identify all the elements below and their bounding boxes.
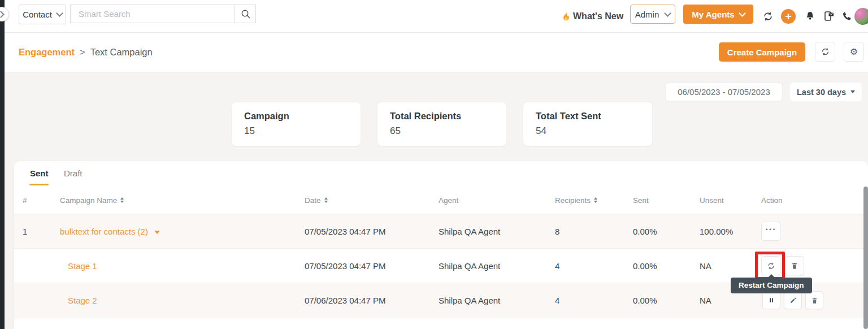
campaign-date: 07/06/2023 04:47 PM — [305, 283, 385, 318]
column-header-num: # — [23, 188, 27, 214]
column-header-date[interactable]: Date — [305, 188, 328, 214]
column-header-action: Action — [761, 188, 783, 214]
more-icon: ··· — [766, 224, 776, 235]
trash-icon — [811, 297, 818, 304]
chevron-down-icon — [739, 10, 746, 17]
campaign-name-link[interactable]: Stage 2 — [68, 283, 97, 318]
breadcrumb-separator: > — [80, 47, 85, 58]
row-number: 1 — [23, 214, 27, 249]
sort-icon — [120, 197, 124, 203]
campaign-name-link[interactable]: Stage 1 — [68, 249, 97, 283]
tab-draft[interactable]: Draft — [64, 168, 83, 178]
search-scope-dropdown[interactable]: Contact — [19, 5, 66, 24]
text-campaign-page: Contact What's New Admin — [0, 0, 868, 329]
search-icon — [240, 8, 251, 19]
top-navbar: Contact What's New Admin — [5, 0, 868, 33]
stat-label: Total Recipients — [390, 111, 506, 122]
date-preset-label: Last 30 days — [797, 88, 846, 97]
campaign-recipients: 4 — [555, 249, 559, 283]
stat-label: Campaign — [244, 111, 361, 122]
admin-role-label: Admin — [635, 10, 659, 19]
expand-caret-icon[interactable] — [154, 231, 160, 234]
admin-role-dropdown[interactable]: Admin — [630, 5, 675, 24]
campaign-sent-pct: 0.00% — [633, 249, 657, 283]
breadcrumb-engagement[interactable]: Engagement — [19, 47, 75, 58]
campaign-recipients: 4 — [555, 283, 559, 318]
trash-icon — [791, 262, 798, 270]
tab-sent[interactable]: Sent — [30, 168, 49, 178]
restart-campaign-tooltip: Restart Campaign — [731, 278, 812, 293]
edit-campaign-button[interactable] — [784, 291, 802, 309]
column-header-unsent: Unsent — [700, 188, 724, 214]
campaign-agent: Shilpa QA Agent — [439, 249, 500, 283]
stat-card-total-text-sent: Total Text Sent 54 — [523, 102, 652, 146]
quick-add-button[interactable]: + — [781, 0, 796, 32]
column-header-recipients[interactable]: Recipients — [555, 188, 597, 214]
campaign-table-card: Sent Draft # Campaign Name Date Agent Re… — [14, 161, 868, 329]
collapsed-sidebar-strip — [0, 0, 5, 329]
search-button[interactable] — [235, 5, 256, 23]
sync-icon[interactable] — [762, 0, 774, 32]
breadcrumb: Engagement > Text Campaign — [19, 32, 153, 72]
campaign-unsent-pct: 100.00% — [700, 214, 733, 249]
campaign-unsent-pct: NA — [700, 249, 711, 283]
campaign-sent-pct: 0.00% — [633, 283, 657, 318]
date-range-input[interactable]: 06/05/2023 - 07/05/2023 — [665, 83, 783, 101]
chevron-down-icon — [664, 10, 671, 17]
chevron-right-icon — [0, 11, 5, 18]
column-header-sent: Sent — [633, 188, 649, 214]
campaign-date: 07/05/2023 04:47 PM — [305, 249, 385, 283]
campaign-sent-pct: 0.00% — [633, 214, 657, 249]
sort-icon — [324, 197, 328, 203]
column-header-agent: Agent — [439, 188, 458, 214]
stat-card-campaign: Campaign 15 — [232, 102, 361, 146]
user-avatar[interactable] — [854, 0, 868, 32]
pencil-icon — [789, 297, 797, 304]
message-device-icon[interactable] — [823, 0, 835, 32]
refresh-list-button[interactable] — [815, 42, 835, 62]
stat-value: 54 — [536, 125, 652, 137]
delete-campaign-button[interactable] — [805, 291, 823, 309]
pause-icon — [767, 296, 775, 304]
pause-campaign-button[interactable] — [762, 291, 780, 309]
stat-card-total-recipients: Total Recipients 65 — [377, 102, 506, 146]
active-tab-underline — [29, 184, 49, 185]
sort-icon — [594, 197, 597, 203]
whats-new-label: What's New — [573, 11, 623, 21]
campaign-name-link[interactable]: bulktext for contacts (2) — [60, 214, 160, 249]
smart-search-input[interactable] — [70, 5, 235, 23]
table-header-row: # Campaign Name Date Agent Recipients Se… — [14, 188, 868, 214]
breadcrumb-current: Text Campaign — [90, 47, 153, 58]
settings-button[interactable]: ⚙ — [844, 42, 864, 62]
gear-icon: ⚙ — [850, 46, 858, 57]
vertical-scrollbar[interactable] — [863, 187, 868, 329]
restart-icon — [767, 262, 775, 270]
page-header: Engagement > Text Campaign Create Campai… — [5, 32, 868, 72]
delete-campaign-button[interactable] — [785, 256, 804, 275]
campaign-unsent-pct: NA — [700, 283, 711, 318]
chevron-down-icon — [56, 10, 63, 17]
campaign-recipients: 8 — [555, 214, 559, 249]
phone-icon[interactable] — [841, 0, 852, 32]
create-campaign-button[interactable]: Create Campaign — [719, 42, 805, 62]
campaign-agent: Shilpa QA Agent — [439, 283, 500, 318]
date-preset-dropdown[interactable]: Last 30 days — [790, 83, 862, 101]
avatar — [854, 8, 868, 25]
more-actions-button[interactable]: ··· — [761, 222, 780, 241]
stat-value: 15 — [244, 125, 361, 137]
stat-value: 65 — [390, 125, 506, 137]
column-header-campaign-name[interactable]: Campaign Name — [60, 188, 124, 214]
campaign-date: 07/05/2023 04:47 PM — [305, 214, 385, 249]
stat-label: Total Text Sent — [536, 111, 652, 122]
caret-down-icon — [850, 90, 855, 93]
search-scope-label: Contact — [23, 10, 52, 19]
flame-icon — [562, 11, 570, 22]
refresh-icon — [821, 47, 830, 57]
smart-search — [70, 5, 256, 23]
whats-new-link[interactable]: What's New — [562, 0, 623, 32]
bell-icon[interactable] — [805, 0, 815, 32]
my-agents-button[interactable]: My Agents — [683, 5, 753, 24]
restart-campaign-button[interactable] — [761, 256, 780, 275]
plus-icon: + — [781, 9, 796, 24]
campaign-agent: Shilpa QA Agent — [439, 214, 500, 249]
